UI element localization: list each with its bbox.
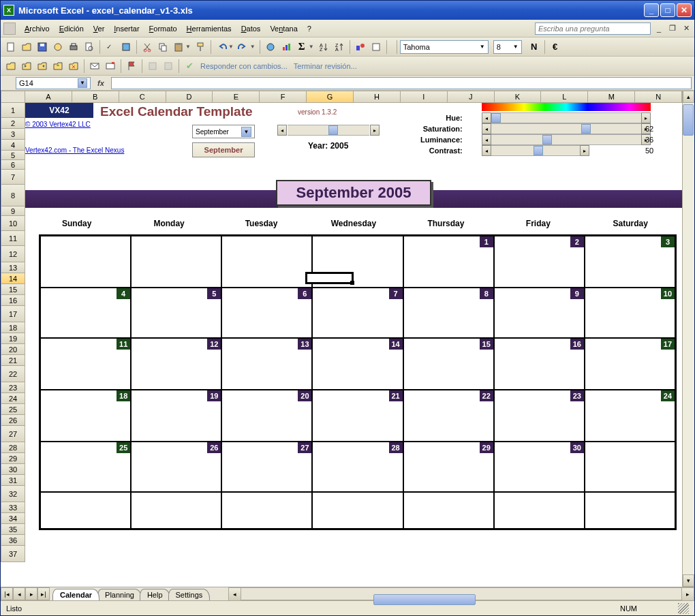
row-header-11[interactable]: 11 [1, 231, 25, 246]
hyperlink-icon[interactable] [263, 40, 278, 55]
autosum-dropdown[interactable]: ▼ [309, 44, 315, 50]
col-header-D[interactable]: D [166, 91, 213, 103]
row-header-7[interactable]: 7 [1, 170, 25, 185]
tab-nav-first[interactable]: |◂ [1, 587, 13, 600]
review-tool-a[interactable] [145, 59, 160, 74]
folder-x-icon[interactable] [66, 59, 81, 74]
row-header-9[interactable]: 9 [1, 206, 25, 216]
slider-right-icon[interactable]: ▸ [370, 125, 380, 136]
mail-flag-icon[interactable] [103, 59, 118, 74]
font-name-select[interactable]: Tahoma▼ [400, 40, 489, 54]
copy-icon[interactable] [155, 40, 170, 55]
menu-insertar[interactable]: Insertar [109, 23, 144, 34]
save-icon[interactable] [35, 40, 50, 55]
september-button[interactable]: September [192, 142, 255, 157]
menu-help[interactable]: ? [303, 23, 316, 34]
folder-in-icon[interactable] [19, 59, 34, 74]
col-header-J[interactable]: J [448, 91, 495, 103]
sort-asc-icon[interactable]: AZ [316, 40, 331, 55]
calendar-cell[interactable]: 11 [40, 338, 131, 390]
undo-icon[interactable] [214, 40, 229, 55]
tab-settings[interactable]: Settings [168, 589, 211, 600]
col-header-H[interactable]: H [354, 91, 401, 103]
flag-icon[interactable] [124, 59, 139, 74]
menu-ver[interactable]: Ver [89, 23, 110, 34]
calendar-cell[interactable]: 23 [494, 390, 585, 442]
row-header-17[interactable]: 17 [1, 306, 25, 322]
row-header-23[interactable]: 23 [1, 382, 25, 393]
hue-left[interactable]: ◂ [482, 112, 491, 123]
row-header-15[interactable]: 15 [1, 284, 25, 295]
calendar-cell[interactable]: 25 [40, 442, 131, 492]
paste-dropdown[interactable]: ▼ [185, 44, 192, 50]
scroll-left-icon[interactable]: ◂ [229, 588, 241, 600]
open-file-icon[interactable] [19, 40, 34, 55]
col-header-G[interactable]: G [307, 91, 354, 103]
vscroll-thumb[interactable] [683, 104, 694, 136]
format-painter-icon[interactable] [193, 40, 208, 55]
menu-archivo[interactable]: Archivo [20, 23, 55, 34]
calendar-cell[interactable]: 10 [585, 288, 675, 338]
calendar-cell[interactable]: 13 [221, 338, 312, 390]
row-header-29[interactable]: 29 [1, 453, 25, 464]
doc-restore[interactable]: ❐ [667, 24, 678, 33]
responder-label[interactable]: Responder con cambios... [198, 62, 290, 70]
row-header-18[interactable]: 18 [1, 322, 25, 333]
row-header-12[interactable]: 12 [1, 246, 25, 262]
col-header-M[interactable]: M [588, 91, 635, 103]
row-header-1[interactable]: 1 [1, 103, 25, 118]
con-left[interactable]: ◂ [482, 145, 491, 156]
calendar-cell[interactable]: 30 [494, 442, 585, 492]
lum-left[interactable]: ◂ [482, 134, 491, 145]
row-header-22[interactable]: 22 [1, 366, 25, 382]
scroll-up-icon[interactable]: ▴ [683, 91, 694, 103]
tab-calendar[interactable]: Calendar [52, 589, 99, 600]
close-button[interactable]: ✕ [677, 3, 692, 17]
paste-icon[interactable] [171, 40, 186, 55]
sort-desc-icon[interactable]: ZA [332, 40, 347, 55]
folder-up-icon[interactable] [50, 59, 65, 74]
menu-formato[interactable]: Formato [144, 23, 182, 34]
calendar-cell[interactable]: 14 [312, 338, 403, 390]
row-header-31[interactable]: 31 [1, 475, 25, 486]
calendar-cell[interactable]: 7 [312, 288, 403, 338]
resize-grip[interactable] [678, 603, 689, 614]
scroll-down-icon[interactable]: ▾ [683, 574, 694, 587]
calendar-cell[interactable]: 12 [131, 338, 221, 390]
calendar-cell[interactable] [131, 492, 221, 529]
row-header-30[interactable]: 30 [1, 464, 25, 475]
name-box[interactable]: G14 ▼ [16, 77, 91, 89]
autosum-icon[interactable]: Σ [294, 40, 309, 55]
calendar-cell[interactable] [40, 492, 131, 529]
row-header-19[interactable]: 19 [1, 333, 25, 344]
accept-change-icon[interactable]: ✔ [182, 59, 197, 74]
doc-close[interactable]: ✕ [681, 24, 692, 33]
row-header-27[interactable]: 27 [1, 426, 25, 442]
calendar-cell[interactable]: 1 [403, 236, 494, 288]
select-all-corner[interactable] [1, 91, 25, 103]
calendar-cell[interactable]: 8 [403, 288, 494, 338]
calendar-cell[interactable] [40, 236, 131, 288]
col-header-N[interactable]: N [635, 91, 682, 103]
row-header-28[interactable]: 28 [1, 442, 25, 453]
hscroll-thumb[interactable] [373, 594, 476, 605]
undo-dropdown[interactable]: ▼ [228, 44, 235, 50]
horizontal-scrollbar[interactable]: ◂ ▸ [228, 587, 694, 600]
calendar-cell[interactable]: 18 [40, 390, 131, 442]
calendar-cell[interactable]: 9 [494, 288, 585, 338]
col-header-A[interactable]: A [25, 91, 72, 103]
menu-datos[interactable]: Datos [236, 23, 266, 34]
zoom-icon[interactable] [369, 40, 384, 55]
calendar-cell[interactable]: 16 [494, 338, 585, 390]
row-header-2[interactable]: 2 [1, 118, 25, 129]
tab-nav-last[interactable]: ▸| [37, 587, 50, 600]
month-dropdown[interactable]: September▼ [192, 125, 255, 138]
new-file-icon[interactable] [3, 40, 18, 55]
calendar-cell[interactable]: 20 [221, 390, 312, 442]
con-right[interactable]: ▸ [580, 145, 589, 156]
calendar-cell[interactable] [585, 442, 675, 492]
minimize-button[interactable]: _ [644, 3, 659, 17]
calendar-cell[interactable]: 29 [403, 442, 494, 492]
print-preview-icon[interactable] [82, 40, 97, 55]
calendar-cell[interactable]: 24 [585, 390, 675, 442]
